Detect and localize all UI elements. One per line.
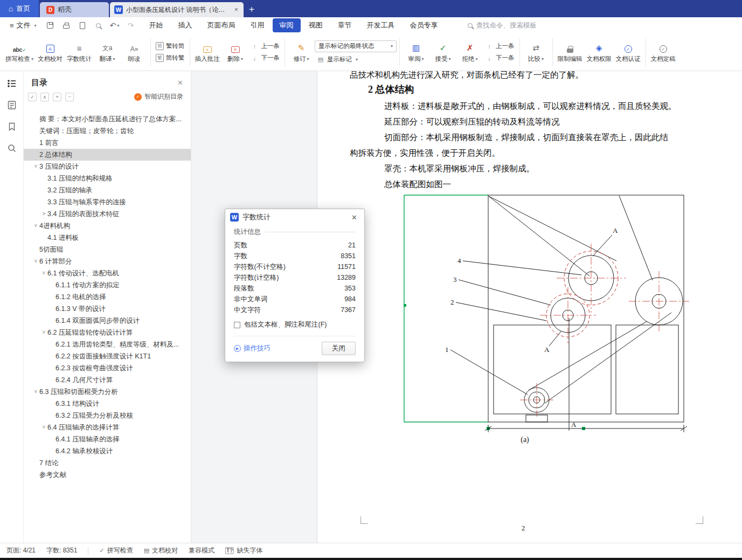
toc-item[interactable]: 3.3 压辊与轴系零件的连接: [24, 196, 191, 208]
compare-button[interactable]: ⇄ 比较▾: [523, 36, 550, 69]
menu-tab[interactable]: 页面布局: [200, 18, 242, 32]
toc-item[interactable]: 6.3.2 压辊受力分析及校核: [24, 410, 191, 421]
prev-change-button[interactable]: ↑ 上一条: [483, 42, 517, 51]
redo-button[interactable]: ↷: [126, 20, 136, 30]
doc-certify-button[interactable]: ✓ 文档认证: [614, 36, 643, 69]
toc-item[interactable]: 3.2 压辊的轴承: [24, 184, 191, 196]
view-icon[interactable]: [94, 20, 103, 30]
smart-recognize-button[interactable]: ✓ 智能识别目录: [134, 92, 183, 101]
chevron-down-icon[interactable]: ˅: [40, 327, 47, 338]
toc-item[interactable]: 6.1.1 传动方案的拟定: [24, 279, 191, 291]
menu-tab[interactable]: 视图: [302, 18, 330, 32]
toc-item[interactable]: ˅6.2 压延辊齿轮传动设计计算: [24, 327, 191, 338]
print-preview-icon[interactable]: [78, 20, 87, 30]
read-aloud-button[interactable]: A» 朗读: [121, 36, 148, 69]
toc-item[interactable]: 2 总体结构: [24, 149, 191, 161]
prev-comment-button[interactable]: ↑ 上一条: [249, 42, 282, 51]
toc-item[interactable]: 6.1.4 双面圆弧同步带的设计: [24, 315, 191, 327]
close-panel-icon[interactable]: ✕: [177, 79, 183, 87]
bookmark-icon[interactable]: [6, 121, 18, 133]
menu-tab[interactable]: 审阅: [273, 18, 301, 32]
close-document-icon[interactable]: ×: [233, 6, 239, 13]
doc-proof-button[interactable]: A 文档校对: [36, 36, 65, 69]
toc-select-icon[interactable]: ✓: [28, 93, 37, 101]
markup-state-combobox[interactable]: 显示标记的最终状态▾: [315, 40, 397, 52]
toc-item[interactable]: 6.2.3 按齿根弯曲强度设计: [24, 362, 191, 374]
document-tab[interactable]: W 小型面条压延机设计 说明书（论文） ×: [110, 2, 244, 17]
chevron-down-icon[interactable]: ˅: [32, 161, 39, 172]
next-change-button[interactable]: ↓ 下一条: [483, 53, 517, 63]
home-tab[interactable]: ⌂ 首页: [0, 0, 39, 17]
word-count-indicator[interactable]: 字数: 8351: [46, 546, 77, 555]
word-count-button[interactable]: ≡ 字数统计: [65, 36, 94, 69]
menu-tab[interactable]: 开始: [142, 18, 170, 32]
dialog-close-icon[interactable]: ✕: [349, 212, 359, 223]
toc-item[interactable]: 5切面辊: [24, 244, 191, 255]
toc-item[interactable]: ˅6.4 压辊轴承的选择计算: [24, 421, 191, 433]
menu-tab[interactable]: 开发工具: [360, 18, 402, 32]
toc-item[interactable]: 参考文献: [24, 469, 191, 481]
toc-item[interactable]: 6.4.1 压辊轴承的选择: [24, 433, 191, 445]
toc-collapse-all-icon[interactable]: －: [65, 93, 74, 101]
toc-item[interactable]: 6.2.2 按齿面接触强度设计 K1T1: [24, 350, 191, 362]
doc-permission-button[interactable]: ◈ 文档权限: [585, 36, 614, 69]
document-page[interactable]: 品技术和机构先进行深入研究，对面条机已经有了一定的了解。 2 总体结构 进料板：…: [317, 71, 742, 543]
toc-item[interactable]: 3.1 压辊的结构和规格: [24, 172, 191, 184]
checkbox-icon[interactable]: [234, 322, 240, 328]
chevron-down-icon[interactable]: ˅: [32, 220, 39, 232]
save-icon[interactable]: [45, 20, 55, 30]
toc-item[interactable]: ˅6 计算部分: [24, 255, 191, 267]
toc-item[interactable]: ˅3 压辊的设计: [24, 161, 191, 172]
track-changes-button[interactable]: ✎ 修订▾: [288, 36, 315, 69]
print-icon[interactable]: [61, 20, 71, 30]
toc-item[interactable]: 1 前言: [24, 137, 191, 149]
compat-mode-status[interactable]: 兼容模式: [189, 546, 214, 555]
toc-item[interactable]: 6.4.2 轴承校核设计: [24, 445, 191, 457]
toc-item[interactable]: 6.3.1 结构设计: [24, 398, 191, 410]
chevron-down-icon[interactable]: ˅: [40, 267, 47, 279]
docer-tab[interactable]: D 稻壳: [40, 2, 109, 17]
toc-item[interactable]: ˅4进料机构: [24, 220, 191, 232]
review-button[interactable]: ▥ 审阅▾: [403, 36, 429, 69]
insert-comment-button[interactable]: ＋ 插入批注: [193, 36, 222, 69]
toc-item[interactable]: 摘 要：本文对小型面条压延机进行了总体方案...: [24, 113, 191, 125]
toc-item[interactable]: 6.2.4 几何尺寸计算: [24, 374, 191, 386]
toc-item[interactable]: ˅6.1 传动设计、选配电机: [24, 267, 191, 279]
chevron-right-icon[interactable]: ˃: [40, 208, 47, 220]
toc-expand-all-icon[interactable]: ＋: [53, 93, 61, 101]
accept-button[interactable]: ✓ 接受▾: [429, 36, 456, 69]
chevron-down-icon[interactable]: ˅: [32, 255, 39, 267]
chevron-down-icon[interactable]: ˅: [32, 386, 39, 398]
delete-comment-button[interactable]: × 删除▾: [222, 36, 249, 69]
trad-to-simp-button[interactable]: 简 繁转简: [154, 42, 187, 51]
doc-proof-status[interactable]: ▤ 文档校对: [144, 546, 178, 555]
menu-tab[interactable]: 章节: [331, 18, 359, 32]
menu-tab[interactable]: 插入: [171, 18, 199, 32]
toc-item[interactable]: 4.1 进料板: [24, 232, 191, 244]
doc-finalize-button[interactable]: ✓ 文档定稿: [649, 36, 678, 69]
page-indicator[interactable]: 页面: 4/21: [6, 546, 36, 555]
simp-to-trad-button[interactable]: 繁 简转繁: [154, 53, 187, 63]
close-dialog-button[interactable]: 关闭: [322, 342, 356, 355]
new-tab-button[interactable]: ＋: [244, 0, 260, 17]
toc-item[interactable]: 6.1.2 电机的选择: [24, 291, 191, 303]
outline-panel-icon[interactable]: [6, 78, 18, 89]
file-menu[interactable]: ≡ 文件 ▾: [5, 20, 41, 30]
toc-item[interactable]: ˅6.3 压辊和切面棍受力分析: [24, 386, 191, 398]
dialog-titlebar[interactable]: W 字数统计 ✕: [225, 209, 364, 225]
undo-button[interactable]: ↶▾: [110, 20, 120, 30]
find-panel-icon[interactable]: [6, 142, 18, 154]
toc-collapse-icon[interactable]: ∧: [40, 93, 49, 101]
toc-item[interactable]: 关键词：压面辊；皮带轮；齿轮: [24, 125, 191, 137]
missing-font-status[interactable]: T? 缺失字体: [225, 546, 262, 555]
command-search[interactable]: 查找命令、搜索模板: [468, 21, 537, 30]
translate-button[interactable]: 文a 翻译▾: [94, 36, 121, 69]
reject-button[interactable]: ✗ 拒绝▾: [456, 36, 483, 69]
next-comment-button[interactable]: ↓ 下一条: [249, 53, 282, 63]
toc-item[interactable]: ˃3.4 压辊的表面技术特征: [24, 208, 191, 220]
spell-check-button[interactable]: abc✓ 拼写检查▾: [3, 36, 36, 69]
proof-panel-icon[interactable]: [6, 99, 18, 111]
include-textbox-checkbox[interactable]: 包括文本框、脚注和尾注(F): [234, 320, 356, 329]
menu-tab[interactable]: 引用: [244, 18, 272, 32]
toc-item[interactable]: 6.1.3 V 带的设计: [24, 303, 191, 315]
